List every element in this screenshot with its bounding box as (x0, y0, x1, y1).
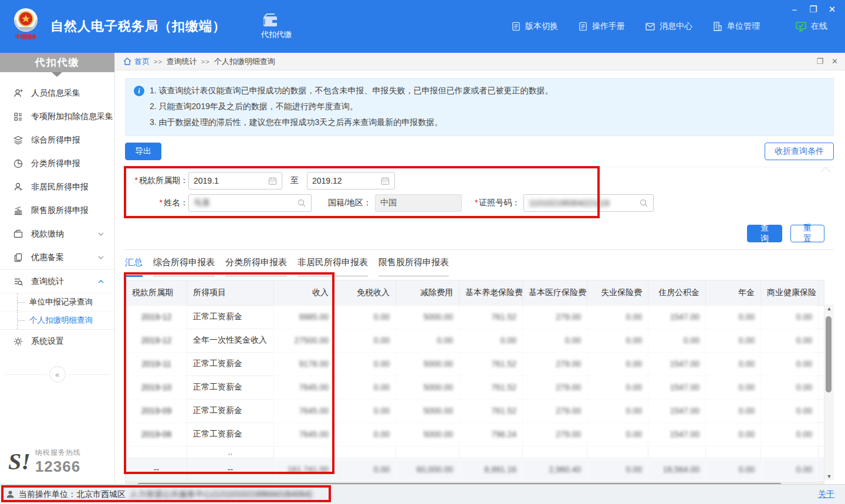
sidebar-item-restricted-shares[interactable]: 限售股所得申报 (0, 199, 114, 222)
sidebar-item-personnel-info[interactable]: 人员信息采集 (0, 82, 114, 105)
notice-box: i 1. 该查询统计表仅能查询已申报成功的数据，不包含未申报、申报失败，已申报但… (125, 78, 834, 136)
sidebar-menu: 人员信息采集 专项附加扣除信息采集 综合所得申报 (0, 72, 114, 353)
emblem-caption: 中国税务 (13, 33, 40, 41)
divider (125, 249, 834, 250)
summary-row: ---- 161,741.000.00 60,000.008,991.16 2,… (126, 458, 825, 481)
sidebar-item-label: 税款缴纳 (31, 229, 64, 239)
sidebar-item-special-deduction[interactable]: 专项附加扣除信息采集 (0, 105, 114, 128)
menu-label: 操作手册 (592, 21, 625, 32)
sidebar-subitem-individual-withholding-query[interactable]: 个人扣缴明细查询 (0, 311, 114, 329)
name-input[interactable]: 马某 (188, 194, 312, 212)
breadcrumb-home[interactable]: 首页 (123, 56, 150, 67)
menu-message-center[interactable]: 消息中心 (645, 21, 692, 32)
hotline-number: 12366 (35, 458, 81, 476)
tab-nonresident-income[interactable]: 非居民所得申报表 (298, 257, 368, 277)
menu-version-switch[interactable]: 版本切换 (511, 21, 558, 32)
name-label: *姓名： (125, 198, 188, 208)
wallet-icon (261, 13, 279, 28)
sidebar-subitem-unit-declaration-query[interactable]: 单位申报记录查询 (0, 293, 114, 311)
table-row[interactable]: 2019-10正常工资薪金 7645.000.00 5000.00761.52 … (126, 376, 825, 399)
emblem-icon (13, 7, 39, 33)
sidebar-item-nonresident-income[interactable]: 非居民所得申报 (0, 175, 114, 199)
menu-label: 版本切换 (525, 21, 558, 32)
about-link[interactable]: 关于 (818, 489, 834, 500)
sidebar-item-label: 专项附加扣除信息采集 (31, 111, 113, 122)
vertical-scroll-track[interactable] (824, 313, 834, 472)
query-button[interactable]: 查询 (747, 225, 782, 242)
reset-button[interactable]: 重置 (790, 225, 824, 242)
menu-online-status[interactable]: 在线 (795, 21, 827, 32)
calendar-icon[interactable] (381, 177, 390, 185)
restore-icon[interactable]: ❐ (809, 5, 818, 14)
period-from-value: 2019.1 (194, 176, 265, 185)
query-form: *税款所属期： 2019.1 至 2019.12 (125, 172, 834, 212)
sidebar-item-label: 分类所得申报 (31, 158, 80, 169)
app-header: 中国税务 自然人电子税务局（扣缴端） 代扣代缴 版本切换 (0, 0, 845, 53)
period-to-input[interactable]: 2019.12 (307, 172, 395, 190)
id-number-input[interactable]: 110102199304221119 (523, 194, 654, 212)
sidebar-item-label: 限售股所得申报 (31, 205, 89, 216)
tax-emblem-logo: 中国税务 (13, 7, 40, 48)
table-row-clipped: .. (126, 446, 825, 458)
collapse-query-conditions-button[interactable]: 收折查询条件 (765, 143, 834, 160)
page-content: i 1. 该查询统计表仅能查询已申报成功的数据，不包含未申报、申报失败，已申报但… (115, 70, 845, 490)
nationality-label: 国籍/地区： (328, 198, 371, 208)
scroll-down-icon[interactable]: ▼ (824, 472, 834, 481)
chevron-down-icon (98, 256, 104, 259)
clipped-row-ellipsis: .. (187, 446, 274, 458)
status-bar: 当前操作单位：北京市西城区 人力资源公共服务中心(12110102199MA01… (0, 484, 845, 504)
app-window: 中国税务 自然人电子税务局（扣缴端） 代扣代缴 版本切换 (0, 0, 845, 504)
col-housing-fund: 住房公积金 (648, 280, 706, 305)
search-icon[interactable] (639, 198, 648, 208)
vertical-scroll-thumb[interactable] (826, 316, 832, 393)
minimize-icon[interactable]: − (790, 5, 799, 14)
sidebar-item-label: 系统设置 (31, 336, 64, 347)
sidebar-item-classified-income[interactable]: 分类所得申报 (0, 152, 114, 175)
online-monitor-check-icon (795, 21, 807, 32)
sidebar-item-preferential-filing[interactable]: 优惠备案 (0, 246, 114, 269)
collapse-sidebar-button[interactable]: « (49, 366, 66, 383)
close-icon[interactable]: ✕ (827, 5, 837, 14)
menu-unit-management[interactable]: 单位管理 (712, 21, 760, 32)
sidebar-item-query-statistics[interactable]: 查询统计 (0, 269, 114, 293)
table-row[interactable]: 2019-12全年一次性奖金收入 27500.000.00 0.000.00 0… (126, 329, 825, 352)
search-icon[interactable] (297, 198, 306, 208)
period-from-input[interactable]: 2019.1 (188, 172, 282, 190)
sidebar-item-comprehensive-income[interactable]: 综合所得申报 (0, 128, 114, 152)
envelope-icon (645, 21, 655, 32)
table-row[interactable]: 2019-11正常工资薪金 9178.000.00 5000.00761.52 … (126, 352, 825, 376)
tab-summary[interactable]: 汇总 (125, 257, 143, 277)
document-icon (511, 21, 521, 32)
chevron-up-icon (98, 280, 104, 283)
breadcrumb-separator: >> (154, 58, 163, 65)
query-statistics-submenu: 单位申报记录查询 个人扣缴明细查询 (0, 293, 114, 330)
sidebar-header: 代扣代缴 (0, 53, 114, 72)
tab-restricted-shares[interactable]: 限售股所得申报表 (378, 257, 449, 277)
menu-manual[interactable]: 操作手册 (578, 21, 625, 32)
col-health-insurance: 商业健康保险 (761, 280, 819, 305)
panel-close-icon[interactable]: ✕ (832, 57, 838, 66)
nav-tab-withholding[interactable]: 代扣代缴 (261, 13, 292, 40)
col-unemployment: 失业保险费 (587, 280, 648, 305)
table-row[interactable]: 2019-08正常工资薪金 7645.000.00 5000.00798.24 … (126, 422, 825, 446)
hotline-logo: S! 纳税服务热线 12366 (0, 448, 115, 476)
tab-comprehensive-income[interactable]: 综合所得申报表 (153, 257, 215, 277)
table-row[interactable]: 2019-09正常工资薪金 7645.000.00 5000.00761.52 … (126, 399, 825, 422)
panel-maximize-icon[interactable]: ❐ (816, 57, 823, 66)
calendar-icon[interactable] (268, 177, 277, 185)
col-tax-period: 税款所属期 (126, 280, 187, 305)
name-value-redacted: 马某 (194, 198, 293, 208)
table-row[interactable]: 2019-12正常工资薪金 9985.000.00 5000.00761.52 … (126, 305, 825, 329)
breadcrumb-item-query-statistics[interactable]: 查询统计 (167, 56, 197, 67)
sidebar-item-system-settings[interactable]: 系统设置 (0, 330, 114, 353)
tab-classified-income[interactable]: 分类所得申报表 (225, 257, 287, 277)
col-income: 收入 (274, 280, 335, 305)
export-button[interactable]: 导出 (125, 143, 161, 160)
scroll-up-icon[interactable]: ▲ (824, 305, 834, 313)
table-zone: 税款所属期 所得项目 收入 免税收入 减除费用 基本养老保险费 基本医疗保险费 … (125, 280, 834, 482)
vertical-scrollbar[interactable]: ▲ ▼ (824, 280, 834, 481)
sidebar-item-tax-payment[interactable]: 税款缴纳 (0, 222, 114, 246)
copy-icon (13, 252, 23, 263)
sidebar-item-label: 查询统计 (31, 276, 64, 287)
chevron-down-icon (98, 232, 104, 236)
